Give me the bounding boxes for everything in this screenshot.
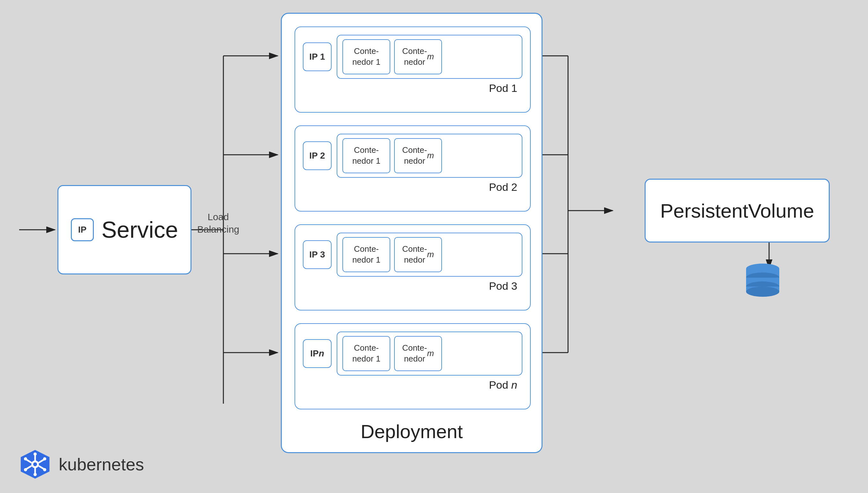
svg-point-32 (34, 473, 37, 476)
lb-label: LoadBalancing (197, 211, 239, 235)
pod1-containerm: Conte-nedor m (394, 39, 442, 74)
podn-containers-group: Conte-nedor 1 Conte-nedor m (337, 331, 522, 376)
pod2-container1: Conte-nedor 1 (342, 138, 390, 173)
persistent-volume-label: PersistentVolume (660, 199, 814, 222)
svg-point-36 (24, 468, 27, 471)
podn-ip-badge: IP n (303, 339, 331, 368)
svg-point-31 (34, 452, 37, 456)
pod3-name: Pod 3 (303, 280, 522, 292)
pod2-name: Pod 2 (303, 181, 522, 193)
pod1-containers-group: Conte-nedor 1 Conte-nedor m (337, 35, 522, 79)
podn-containerm: Conte-nedor m (394, 336, 442, 371)
kubernetes-logo: kubernetes (19, 448, 144, 480)
pod1-ip-badge: IP 1 (303, 42, 331, 71)
podn-container1: Conte-nedor 1 (342, 336, 390, 371)
pod3-containers-group: Conte-nedor 1 Conte-nedor m (337, 233, 522, 277)
service-ip-badge: IP (71, 218, 94, 241)
pod-box-1: IP 1 Conte-nedor 1 Conte-nedor m Pod 1 (295, 26, 531, 113)
pod3-container1: Conte-nedor 1 (342, 237, 390, 272)
service-label: Service (102, 217, 178, 243)
svg-point-34 (43, 468, 46, 471)
persistent-volume-box: PersistentVolume (645, 179, 830, 242)
svg-point-33 (24, 457, 27, 460)
podn-name: Pod n (303, 379, 522, 391)
pod2-containerm: Conte-nedor m (394, 138, 442, 173)
pod2-ip-badge: IP 2 (303, 141, 331, 170)
svg-point-21 (746, 286, 779, 297)
diagram-container: IP Service LoadBalancing IP 1 Conte-nedo… (0, 0, 868, 493)
svg-point-24 (33, 463, 37, 466)
pod-box-2: IP 2 Conte-nedor 1 Conte-nedor m Pod 2 (295, 125, 531, 212)
svg-point-35 (43, 457, 46, 460)
service-box: IP Service (58, 185, 192, 274)
pod-box-3: IP 3 Conte-nedor 1 Conte-nedor m Pod 3 (295, 224, 531, 310)
pod-box-n: IP n Conte-nedor 1 Conte-nedor m Pod n (295, 323, 531, 409)
pod3-ip-badge: IP 3 (303, 240, 331, 269)
deployment-label: Deployment (282, 421, 542, 443)
kubernetes-icon (19, 448, 51, 480)
deployment-box: IP 1 Conte-nedor 1 Conte-nedor m Pod 1 I… (281, 13, 542, 453)
pod1-name: Pod 1 (303, 82, 522, 94)
pod1-container1: Conte-nedor 1 (342, 39, 390, 74)
kubernetes-brand-label: kubernetes (59, 454, 144, 474)
pod2-containers-group: Conte-nedor 1 Conte-nedor m (337, 134, 522, 178)
database-icon (743, 262, 782, 298)
pod3-containerm: Conte-nedor m (394, 237, 442, 272)
